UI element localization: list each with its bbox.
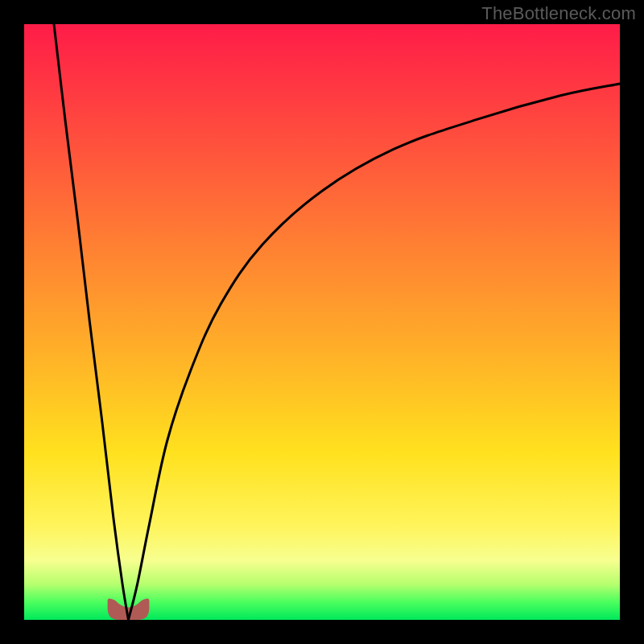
watermark-text: TheBottleneck.com bbox=[481, 3, 636, 24]
curve-right-branch bbox=[129, 84, 621, 620]
curve-svg bbox=[24, 24, 620, 620]
plot-area bbox=[24, 24, 620, 620]
chart-frame: TheBottleneck.com bbox=[0, 0, 644, 644]
curve-left-branch bbox=[54, 24, 129, 620]
